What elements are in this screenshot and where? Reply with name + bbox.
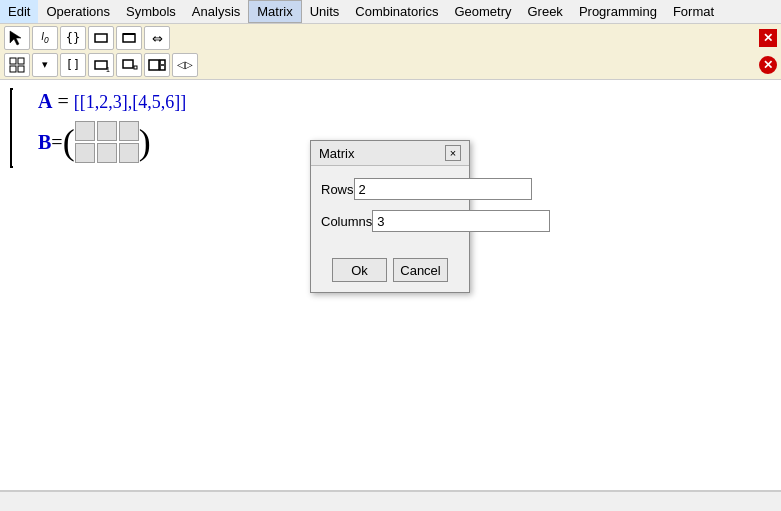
box1-btn[interactable] [88,26,114,50]
dialog-overlay: Matrix × Rows Columns Ok Cancel [0,80,781,490]
dialog-title: Matrix [319,146,354,161]
cursor-icon [8,29,26,47]
dialog-buttons: Ok Cancel [311,254,469,292]
dropdown-arrow-icon: ▾ [42,58,48,71]
sq-bracket-label: [] [66,58,80,72]
svg-rect-1 [95,34,107,42]
red-circle-button[interactable]: ✕ [759,56,777,74]
svg-rect-11 [134,66,137,69]
menu-edit[interactable]: Edit [0,0,38,23]
box2-icon [120,29,138,47]
brackets-btn[interactable]: {} [60,26,86,50]
svg-rect-4 [10,58,16,64]
ivar-btn[interactable]: I0 [32,26,58,50]
red-circle-x-icon: ✕ [763,58,773,72]
menu-symbols[interactable]: Symbols [118,0,184,23]
svg-rect-7 [18,66,24,72]
rows-input[interactable] [354,178,532,200]
svg-rect-5 [18,58,24,64]
dialog-close-button[interactable]: × [445,145,461,161]
svg-rect-2 [123,34,135,42]
arrows-btn[interactable]: ⇔ [144,26,170,50]
toolbar: I0 {} ⇔ ✕ [0,24,781,80]
toolbar-row1: I0 {} ⇔ ✕ [4,26,777,50]
menu-geometry[interactable]: Geometry [446,0,519,23]
box1-icon [92,29,110,47]
menu-format[interactable]: Format [665,0,722,23]
box4-btn[interactable] [116,53,142,77]
menu-matrix[interactable]: Matrix [248,0,301,23]
dialog-body: Rows Columns [311,166,469,254]
menu-combinatorics[interactable]: Combinatorics [347,0,446,23]
box2-btn[interactable] [116,26,142,50]
ok-button[interactable]: Ok [332,258,387,282]
menu-analysis[interactable]: Analysis [184,0,248,23]
menu-greek[interactable]: Greek [519,0,570,23]
box5-btn[interactable] [144,53,170,77]
columns-label: Columns [321,214,372,229]
matrix-dialog: Matrix × Rows Columns Ok Cancel [310,140,470,293]
menubar: Edit Operations Symbols Analysis Matrix … [0,0,781,24]
svg-text:1: 1 [106,66,110,73]
svg-rect-10 [123,60,133,68]
svg-rect-6 [10,66,16,72]
columns-row: Columns [321,210,459,232]
brackets-label: {} [66,31,80,45]
box3-btn[interactable]: 1 [88,53,114,77]
toolbar-row2: ▾ [] 1 ◁▷ [4,53,777,77]
rows-label: Rows [321,182,354,197]
arrows-label: ⇔ [152,31,163,46]
box5-icon [148,56,166,74]
menu-operations[interactable]: Operations [38,0,118,23]
grid-icon [8,56,26,74]
dialog-titlebar: Matrix × [311,141,469,166]
main-content: A = [[1,2,3],[4,5,6]] B = ( ) Matrix × [0,80,781,491]
box4-icon [120,56,138,74]
red-x-icon: ✕ [763,31,773,45]
dropdown-btn[interactable]: ▾ [32,53,58,77]
ivar-label: I0 [41,31,48,45]
columns-input[interactable] [372,210,550,232]
sq-bracket-btn[interactable]: [] [60,53,86,77]
svg-rect-12 [149,60,159,70]
red-x-button[interactable]: ✕ [759,29,777,47]
svg-marker-0 [10,31,21,45]
cursor-btn[interactable] [4,26,30,50]
menu-units[interactable]: Units [302,0,348,23]
rows-row: Rows [321,178,459,200]
cancel-button[interactable]: Cancel [393,258,448,282]
statusbar [0,491,781,511]
box3-icon: 1 [92,56,110,74]
wave-btn[interactable]: ◁▷ [172,53,198,77]
wave-label: ◁▷ [177,59,193,70]
grid-btn[interactable] [4,53,30,77]
menu-programming[interactable]: Programming [571,0,665,23]
